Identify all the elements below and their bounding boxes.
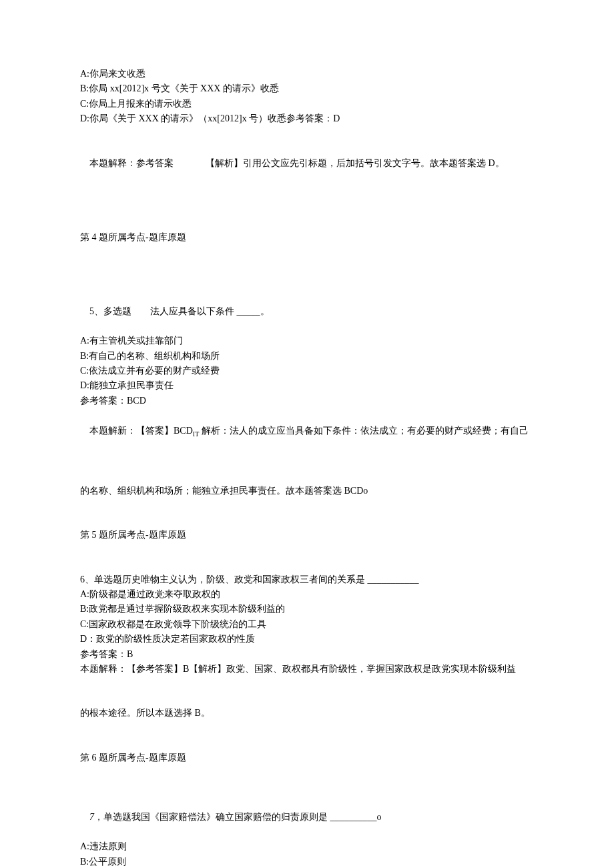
q5-option-b: B:有自己的名称、组织机构和场所 — [80, 349, 534, 364]
q7-stem: 7，单选题我国《国家赔偿法》确立国家赔偿的归责原则是 __________o — [80, 795, 534, 839]
q7-stem-body: 单选题我国《国家赔偿法》确立国家赔偿的归责原则是 __________o — [103, 812, 382, 822]
q4-option-b: B:你局 xx[2012]x 号文《关于 XXX 的请示》收悉 — [80, 81, 534, 96]
q6-answer: 参考答案：B — [80, 647, 534, 662]
q5-explanation-line1: 本题解新：【答案】BCDIT 解析：法人的成立应当具备如下条件：依法成立；有必要… — [80, 408, 534, 454]
q4-topic: 第 4 题所属考点-题库原题 — [80, 230, 534, 245]
q6-explanation-line1: 本题解释：【参考答案】B【解析】政党、国家、政权都具有阶级性，掌握国家政权是政党… — [80, 662, 534, 677]
q5-explain-part-b: 解析：法人的成立应当具备如下条件：依法成立；有必要的财产或经费；有自己 — [199, 426, 529, 436]
q5-answer: 参考答案：BCD — [80, 394, 534, 408]
document-page: A:你局来文收悉 B:你局 xx[2012]x 号文《关于 XXX 的请示》收悉… — [0, 0, 614, 868]
q5-option-c: C:依法成立并有必要的财产或经费 — [80, 364, 534, 378]
q5-stem-prefix: 5、多选题 — [89, 306, 131, 316]
q6-stem: 6、单选题历史唯物主义认为，阶级、政党和国家政权三者间的关系是 ________… — [80, 572, 534, 587]
q6-topic: 第 6 题所属考点-题库原题 — [80, 751, 534, 765]
q7-option-a: A:违法原则 — [80, 839, 534, 854]
q5-stem: 5、多选题法人应具备以下条件 _____。 — [80, 289, 534, 334]
q4-option-d: D:你局《关于 XXX 的请示》（xx[2012]x 号）收悉参考答案：D — [80, 111, 534, 126]
q5-stem-body: 法人应具备以下条件 _____。 — [150, 306, 270, 316]
q5-option-d: D:能独立承担民事责任 — [80, 378, 534, 393]
q4-option-a: A:你局来文收悉 — [80, 67, 534, 81]
q4-option-c: C:你局上月报来的请示收悉 — [80, 97, 534, 111]
q5-explain-subscript: IT — [193, 430, 199, 437]
q7-option-b: B:公平原则 — [80, 855, 534, 868]
q4-explanation: 本题解释：参考答案【解析】引用公文应先引标题，后加括号引发文字号。故本题答案选 … — [80, 141, 534, 186]
q4-explain-body: 【解析】引用公文应先引标题，后加括号引发文字号。故本题答案选 D。 — [206, 158, 505, 168]
q4-explain-label: 本题解释：参考答案 — [89, 158, 174, 168]
q5-explanation-line2: 的名称、组织机构和场所；能独立承担民事责任。故本题答案选 BCDo — [80, 484, 534, 498]
q6-option-d: D：政党的阶级性质决定若国家政权的性质 — [80, 632, 534, 646]
q6-explanation-line2: 的根本途径。所以本题选择 B。 — [80, 706, 534, 721]
q6-option-a: A:阶级都是通过政党来夺取政权的 — [80, 587, 534, 602]
q6-option-c: C:国家政权都是在政党领导下阶级统治的工具 — [80, 617, 534, 632]
q6-option-b: B:政党都是通过掌握阶级政权来实现本阶级利益的 — [80, 602, 534, 616]
q5-option-a: A:有主管机关或挂靠部门 — [80, 334, 534, 348]
q5-topic: 第 5 题所属考点-题库原题 — [80, 528, 534, 542]
q7-number: 7 — [89, 812, 94, 822]
q5-explain-part-a: 本题解新：【答案】BCD — [89, 426, 193, 436]
